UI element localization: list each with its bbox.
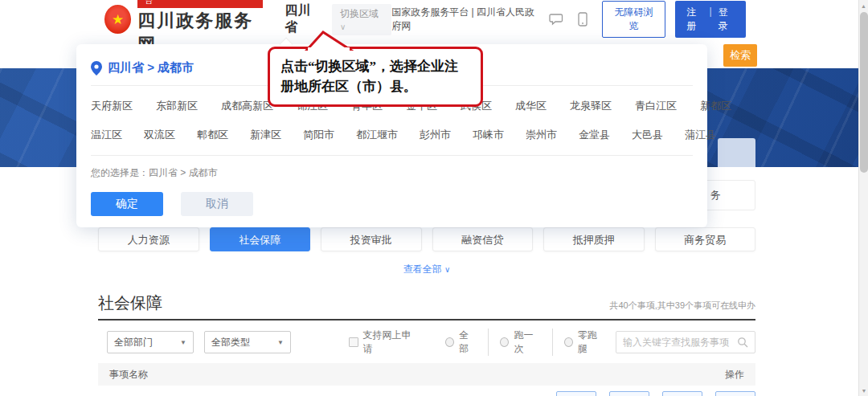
district-option[interactable]: 都江堰市 xyxy=(356,128,398,142)
search-submit-button[interactable]: 检索 xyxy=(723,44,757,67)
header-top-row: ★ 全国一体化在线政务服务平台 四川政务服务网 四川省 切换区域 ∨ 国家政务服… xyxy=(0,0,868,39)
action-column-header: 操作 xyxy=(725,368,744,382)
district-option[interactable]: 青白江区 xyxy=(635,99,677,113)
popup-buttons: 确定 取消 xyxy=(76,180,707,228)
accessibility-button[interactable]: 无障碍浏览 xyxy=(602,1,665,38)
section-header: 社会保障 共40个事项,其中39个事项可在线申办 xyxy=(98,292,755,314)
category-tab[interactable]: 融资信贷 xyxy=(432,227,534,251)
confirm-button[interactable]: 确定 xyxy=(91,192,163,216)
district-option[interactable]: 新津区 xyxy=(250,128,281,142)
category-tab[interactable]: 人力资源 xyxy=(98,227,199,251)
district-option[interactable]: 成都高新区 xyxy=(221,99,273,113)
district-option[interactable]: 东部新区 xyxy=(156,99,198,113)
radio-icon[interactable] xyxy=(445,337,454,347)
district-option[interactable]: 邛崃市 xyxy=(473,128,504,142)
district-row-2: 温江区双流区郫都区新津区简阳市都江堰市彭州市邛崃市崇州市金堂县大邑县蒲江县 xyxy=(76,121,707,155)
star-icon: ★ xyxy=(112,13,124,27)
search-icon[interactable] xyxy=(737,337,748,348)
radio-icon[interactable] xyxy=(500,337,509,347)
item-action-button[interactable] xyxy=(715,391,755,396)
divider: | xyxy=(710,6,712,33)
department-select[interactable]: 全部部门▼ xyxy=(107,331,194,353)
section-divider xyxy=(98,319,755,320)
register-link[interactable]: 注册 xyxy=(686,6,702,33)
scrollbar-thumb[interactable] xyxy=(860,12,868,173)
dropdown-arrow-icon: ▼ xyxy=(277,339,284,346)
platform-badge: 全国一体化在线政务服务平台 xyxy=(137,0,262,8)
cancel-button[interactable]: 取消 xyxy=(181,192,253,216)
category-tab[interactable]: 抵押质押 xyxy=(543,227,645,251)
category-tab[interactable]: 商务贸易 xyxy=(655,227,756,251)
radio-option[interactable]: 零跑腿 xyxy=(553,329,616,356)
online-apply-checkbox[interactable]: 支持网上申请 xyxy=(349,329,418,356)
scope-radio-group: 全部跑一次零跑腿 xyxy=(434,329,616,356)
item-action-buttons-row xyxy=(98,391,755,396)
item-action-button[interactable] xyxy=(662,391,702,396)
item-action-button[interactable] xyxy=(609,391,649,396)
district-option[interactable]: 大邑县 xyxy=(632,128,663,142)
items-table-header: 事项名称 操作 xyxy=(98,363,755,386)
portal-links[interactable]: 国家政务服务平台 | 四川省人民政府网 xyxy=(391,6,536,33)
register-login-button[interactable]: 注册 | 登录 xyxy=(675,1,746,38)
instruction-callout: 点击“切换区域”，选择企业注册地所在区（市）县。 xyxy=(268,47,483,107)
page-scrollbar[interactable]: ▲ ▼ xyxy=(858,0,868,396)
item-name-column-header: 事项名称 xyxy=(109,368,148,382)
dropdown-arrow-icon: ▼ xyxy=(180,339,186,346)
header-right-group: 国家政务服务平台 | 四川省人民政府网 无障碍浏览 注册 | 登录 xyxy=(391,1,746,38)
type-select[interactable]: 全部类型▼ xyxy=(204,331,291,353)
district-option[interactable]: 彭州市 xyxy=(420,128,451,142)
login-link[interactable]: 登录 xyxy=(719,6,735,33)
district-option[interactable]: 成华区 xyxy=(515,99,547,113)
view-all-link[interactable]: 查看全部 ∨ xyxy=(98,263,755,276)
district-option[interactable]: 蒲江县 xyxy=(685,128,716,142)
location-pin-icon xyxy=(91,61,102,76)
scroll-up-arrow-icon[interactable]: ▲ xyxy=(859,0,868,11)
section-title: 社会保障 xyxy=(98,292,162,314)
district-option[interactable]: 龙泉驿区 xyxy=(570,99,612,113)
callout-text: 点击“切换区域”，选择企业注册地所在区（市）县。 xyxy=(280,57,470,96)
district-option[interactable]: 简阳市 xyxy=(303,128,334,142)
district-option[interactable]: 双流区 xyxy=(144,128,175,142)
district-option[interactable]: 天府新区 xyxy=(91,99,133,113)
chevron-down-icon: ∨ xyxy=(444,265,450,274)
district-option[interactable]: 郫都区 xyxy=(197,128,228,142)
district-option[interactable]: 金堂县 xyxy=(579,128,610,142)
keyword-search-box[interactable] xyxy=(616,331,755,353)
section-item-count: 共40个事项,其中39个事项可在线申办 xyxy=(609,300,755,314)
radio-option[interactable]: 跑一次 xyxy=(489,329,552,356)
national-emblem-logo: ★ xyxy=(104,5,131,34)
filter-bar: 全部部门▼ 全部类型▼ 支持网上申请 全部跑一次零跑腿 xyxy=(98,331,755,353)
district-option[interactable]: 崇州市 xyxy=(526,128,557,142)
item-action-button[interactable] xyxy=(556,391,596,396)
radio-icon[interactable] xyxy=(564,337,573,347)
keyword-search-input[interactable] xyxy=(623,337,737,348)
banner-nav-partial-tab[interactable] xyxy=(718,138,755,167)
district-option[interactable]: 新都区 xyxy=(700,99,731,113)
category-tabs: 人力资源社会保障投资审批融资信贷抵押质押商务贸易 xyxy=(98,227,755,251)
radio-option[interactable]: 全部 xyxy=(434,329,489,356)
callout-tail xyxy=(304,30,354,51)
mobile-phone-icon[interactable] xyxy=(578,12,588,27)
region-breadcrumb: 四川省 > 成都市 xyxy=(108,60,194,76)
current-selection-text: 您的选择是：四川省 > 成都市 xyxy=(76,156,707,180)
district-option[interactable]: 温江区 xyxy=(91,128,122,142)
scroll-down-arrow-icon[interactable]: ▼ xyxy=(859,385,868,396)
chat-bubble-icon[interactable] xyxy=(549,13,565,26)
checkbox-icon[interactable] xyxy=(349,337,358,347)
category-tab[interactable]: 投资审批 xyxy=(321,227,422,251)
category-tab[interactable]: 社会保障 xyxy=(210,227,311,251)
